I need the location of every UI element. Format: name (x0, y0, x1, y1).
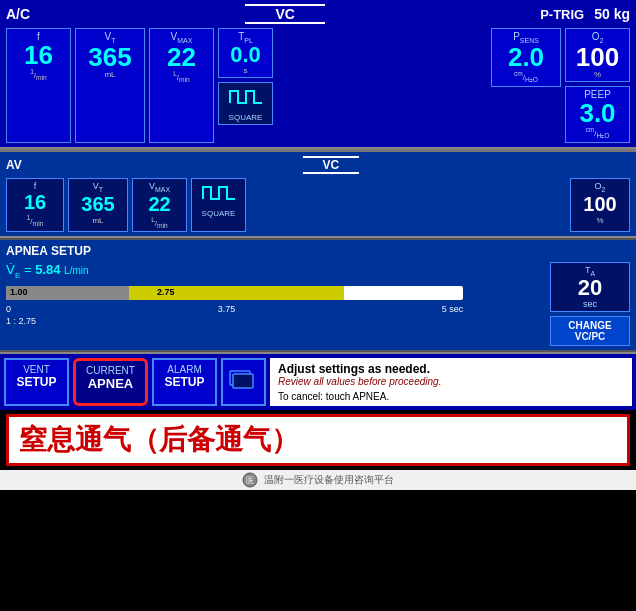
mid-o2-label: O2 (577, 181, 623, 193)
f-unit: 1/min (11, 68, 66, 81)
screen-icon-button[interactable] (221, 358, 266, 406)
scale-start: 0 (6, 304, 11, 314)
top-section: A/C VC P-TRIG 50 kg f 16 1/min VT 365 mL… (0, 0, 636, 149)
waveform-box[interactable]: SQUARE (218, 82, 273, 125)
ta-box[interactable]: TA 20 sec (550, 262, 630, 312)
mid-f-value: 16 (13, 191, 57, 214)
mid-o2-value: 100 (577, 193, 623, 216)
peep-value: 3.0 (570, 100, 625, 126)
ve-value: 5.84 (35, 262, 60, 277)
wf-logo-icon: 医 (242, 472, 258, 488)
vt-param-box[interactable]: VT 365 mL (75, 28, 145, 143)
slider-track: 1.00 2.75 (6, 286, 463, 300)
top-params-row: f 16 1/min VT 365 mL VMAX 22 L/min TPL 0… (6, 28, 630, 143)
mid-squarewave-icon (201, 181, 237, 205)
vent-label2: SETUP (14, 375, 59, 389)
squarewave-icon (228, 85, 264, 109)
apnea-left: V̇E = 5.84 L/min 1.00 2.75 0 3.75 5 sec (6, 262, 544, 346)
mid-vmax-box[interactable]: VMAX 22 L/min (132, 178, 187, 232)
vent-setup-button[interactable]: VENT SETUP (4, 358, 69, 406)
info-line2: Review all values before proceeding. (278, 376, 624, 387)
ta-unit: sec (555, 299, 625, 309)
ve-label: V̇E = (6, 262, 35, 277)
f-value: 16 (11, 42, 66, 68)
mid-f-box[interactable]: f 16 1/min (6, 178, 64, 232)
bottom-bar: VENT SETUP CURRENT APNEA ALARM SETUP Adj… (0, 352, 636, 410)
vent-label1: VENT (14, 364, 59, 375)
change-vcpc-button[interactable]: CHANGE VC/PC (550, 316, 630, 346)
av-label: AV (6, 158, 22, 172)
info-box: Adjust settings as needed. Review all va… (270, 358, 632, 406)
mid-vt-value: 365 (75, 193, 121, 216)
slider-scale: 0 3.75 5 sec (6, 304, 463, 314)
alarm-setup-button[interactable]: ALARM SETUP (152, 358, 217, 406)
o2-value: 100 (570, 44, 625, 70)
psens-value: 2.0 (496, 44, 556, 70)
f-param-box[interactable]: f 16 1/min (6, 28, 71, 143)
ac-mode-label: A/C (6, 6, 30, 22)
peep-unit: cm/H₂O (570, 126, 625, 140)
top-header-row: A/C VC P-TRIG 50 kg (6, 4, 630, 24)
mid-section: AV VC f 16 1/min VT 365 mL VMAX 22 L/min (0, 152, 636, 238)
waveform-label: SQUARE (223, 113, 268, 122)
mid-spacer (250, 178, 566, 232)
mid-header: AV VC (6, 156, 630, 174)
mid-o2-unit: % (577, 216, 623, 225)
apnea-right: TA 20 sec CHANGE VC/PC (550, 262, 630, 346)
screen-icon (229, 370, 259, 394)
apnea-setup-section: APNEA SETUP V̇E = 5.84 L/min 1.00 2.75 (0, 240, 636, 350)
vcpc-label: VC/PC (555, 331, 625, 342)
tpl-wave-col: TPL 0.0 s SQUARE (218, 28, 273, 143)
mid-o2-box[interactable]: O2 100 % (570, 178, 630, 232)
mid-vc-label: VC (303, 156, 360, 174)
tpl-unit: s (223, 66, 268, 75)
chinese-annotation-box: 窒息通气（后备通气） (6, 414, 630, 466)
o2-param-box[interactable]: O2 100 % (565, 28, 630, 82)
tpl-value: 0.0 (223, 44, 268, 66)
mid-vmax-label: VMAX (139, 181, 180, 193)
info-line1: Adjust settings as needed. (278, 362, 624, 376)
scale-end: 5 sec (442, 304, 464, 314)
mid-vt-label: VT (75, 181, 121, 193)
tpl-param-box[interactable]: TPL 0.0 s (218, 28, 273, 78)
ve-unit: L/min (64, 265, 88, 276)
spacer (277, 28, 487, 143)
current-label2: APNEA (84, 376, 137, 391)
current-label1: CURRENT (84, 365, 137, 376)
ve-display: V̇E = 5.84 L/min (6, 262, 544, 280)
chinese-text: 窒息通气（后备通气） (19, 424, 299, 455)
watermark-text: 温附一医疗设备使用咨询平台 (264, 473, 394, 487)
psens-unit: cm/H₂O (496, 70, 556, 84)
change-label: CHANGE (555, 320, 625, 331)
right-params-col: PSENS 2.0 cm/H₂O (491, 28, 561, 143)
svg-text:医: 医 (246, 476, 254, 485)
alarm-label2: SETUP (162, 375, 207, 389)
ta-value: 20 (555, 277, 625, 299)
slider-val2: 2.75 (157, 287, 175, 297)
vmax-param-box[interactable]: VMAX 22 L/min (149, 28, 214, 143)
alarm-label1: ALARM (162, 364, 207, 375)
weight-label: 50 kg (594, 6, 630, 22)
slider-bar: 1.00 2.75 (6, 286, 544, 302)
info-line3: To cancel: touch APNEA. (278, 391, 624, 402)
peep-param-box[interactable]: PEEP 3.0 cm/H₂O (565, 86, 630, 143)
slider-val1: 1.00 (10, 287, 28, 297)
vmax-value: 22 (154, 44, 209, 70)
vc-mode-label: VC (245, 4, 324, 24)
mid-f-unit: 1/min (13, 214, 57, 227)
mid-vt-unit: mL (75, 216, 121, 225)
mid-vt-box[interactable]: VT 365 mL (68, 178, 128, 232)
current-apnea-button[interactable]: CURRENT APNEA (73, 358, 148, 406)
mid-vmax-unit: L/min (139, 216, 180, 229)
vt-value: 365 (80, 44, 140, 70)
scale-val3: 3.75 (218, 304, 236, 314)
mid-params-row: f 16 1/min VT 365 mL VMAX 22 L/min SQUAR… (6, 178, 630, 232)
watermark-bar: 医 温附一医疗设备使用咨询平台 (0, 470, 636, 490)
mid-f-label: f (13, 181, 57, 191)
mid-waveform-box[interactable]: SQUARE (191, 178, 246, 232)
psens-param-box[interactable]: PSENS 2.0 cm/H₂O (491, 28, 561, 87)
mid-waveform-label: SQUARE (196, 209, 241, 218)
mid-vmax-value: 22 (139, 193, 180, 216)
slider-annotation: 1 : 2.75 (6, 316, 544, 326)
o2-peep-col: O2 100 % PEEP 3.0 cm/H₂O (565, 28, 630, 143)
